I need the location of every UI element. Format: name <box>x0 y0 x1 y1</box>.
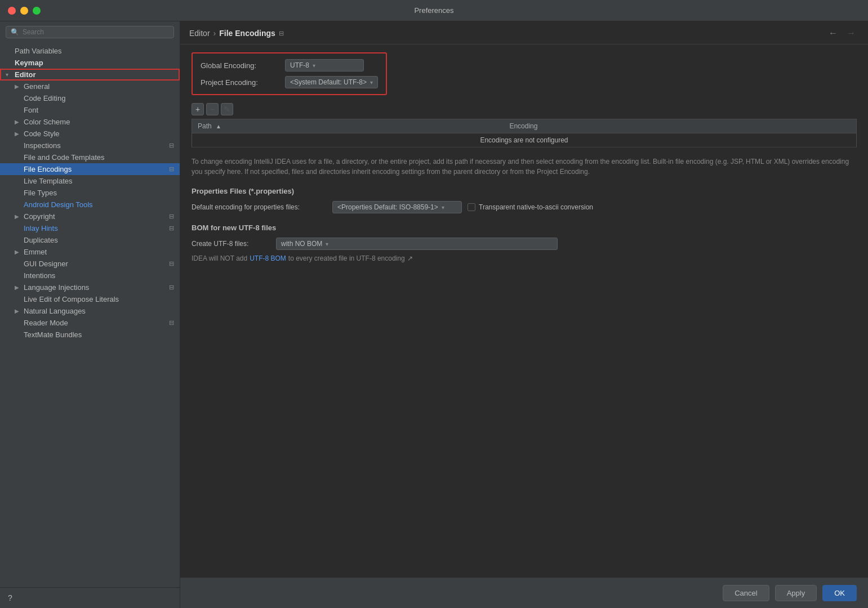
info-text: To change encoding IntelliJ IDEA uses fo… <box>192 157 857 177</box>
global-encoding-row: Global Encoding: UTF-8 ▾ <box>201 59 378 71</box>
bom-note: IDEA will NOT add UTF-8 BOM to every cre… <box>192 254 857 262</box>
table-empty-message: Encodings are not configured <box>192 133 857 147</box>
project-encoding-row: Project Encoding: <System Default: UTF-8… <box>201 76 378 88</box>
table-empty-row: Encodings are not configured <box>192 133 857 147</box>
sidebar-item-copyright[interactable]: ▶ Copyright ⊟ <box>0 211 180 222</box>
bom-note-prefix: IDEA will NOT add <box>192 254 247 262</box>
sidebar-item-android-design-tools[interactable]: Android Design Tools <box>0 199 180 211</box>
close-button[interactable] <box>8 7 16 15</box>
content-body: Global Encoding: UTF-8 ▾ Project Encodin… <box>180 44 868 578</box>
properties-section-title: Properties Files (*.properties) <box>192 187 857 195</box>
sidebar-item-emmet[interactable]: ▶ Emmet <box>0 246 180 258</box>
bom-create-label: Create UTF-8 files: <box>192 240 270 248</box>
window-controls <box>8 7 41 15</box>
project-encoding-value: <System Default: UTF-8> <box>290 78 367 86</box>
sidebar-item-code-style[interactable]: ▶ Code Style <box>0 128 180 140</box>
search-input[interactable] <box>23 28 169 36</box>
sidebar-item-inspections[interactable]: Inspections ⊟ <box>0 140 180 151</box>
sidebar-item-keymap[interactable]: Keymap <box>0 57 180 69</box>
nav-back-button[interactable]: ← <box>825 27 841 39</box>
project-encoding-select[interactable]: <System Default: UTF-8> ▾ <box>285 76 378 88</box>
help-icon[interactable]: ? <box>8 593 12 602</box>
sidebar-item-natural-languages[interactable]: ▶ Natural Languages <box>0 305 180 317</box>
title-bar: Preferences <box>0 0 868 21</box>
encoding-table: Path ▲ Encoding Encodings are not config… <box>192 119 857 147</box>
content-header: Editor › File Encodings ⊟ ← → <box>180 21 868 44</box>
sidebar-item-font[interactable]: Font <box>0 104 180 116</box>
add-encoding-button[interactable]: + <box>192 103 204 115</box>
search-container[interactable]: 🔍 <box>6 26 174 38</box>
sidebar-item-gui-designer[interactable]: GUI Designer ⊟ <box>0 258 180 270</box>
bom-note-suffix: to every created file in UTF-8 encoding <box>288 254 405 262</box>
sidebar-item-live-edit-compose[interactable]: Live Edit of Compose Literals <box>0 293 180 305</box>
expand-arrow-code-style: ▶ <box>15 131 24 137</box>
sidebar-item-file-types[interactable]: File Types <box>0 187 180 199</box>
properties-encoding-value: <Properties Default: ISO-8859-1> <box>337 203 438 211</box>
global-encoding-label: Global Encoding: <box>201 61 279 70</box>
breadcrumb-separator: › <box>213 29 216 38</box>
expand-arrow-keymap <box>6 60 15 66</box>
sidebar-item-editor[interactable]: ▾ Editor <box>0 69 180 81</box>
sidebar-item-language-injections[interactable]: ▶ Language Injections ⊟ <box>0 281 180 293</box>
sidebar-item-general[interactable]: ▶ General <box>0 81 180 92</box>
bom-create-row: Create UTF-8 files: with NO BOM ▾ <box>192 238 857 250</box>
expand-arrow-emmet: ▶ <box>15 249 24 255</box>
sort-arrow-path: ▲ <box>216 123 221 129</box>
bom-arrow: ▾ <box>326 241 328 247</box>
project-encoding-label: Project Encoding: <box>201 78 279 87</box>
sidebar-item-duplicates[interactable]: Duplicates <box>0 234 180 246</box>
window-title: Preferences <box>414 6 453 15</box>
sidebar-item-file-code-templates[interactable]: File and Code Templates <box>0 151 180 163</box>
global-encoding-arrow: ▾ <box>313 62 315 69</box>
sidebar-item-color-scheme[interactable]: ▶ Color Scheme <box>0 116 180 128</box>
global-encoding-value: UTF-8 <box>290 61 309 69</box>
global-encoding-select[interactable]: UTF-8 ▾ <box>285 59 364 71</box>
sidebar-tree: Path Variables Keymap ▾ Editor ▶ General… <box>0 43 180 587</box>
nav-buttons: ← → <box>825 27 859 39</box>
edit-encoding-button[interactable]: ✎ <box>221 103 233 115</box>
expand-arrow-natural-languages: ▶ <box>15 308 24 314</box>
search-icon: 🔍 <box>11 28 19 36</box>
expand-arrow-language-injections: ▶ <box>15 284 24 290</box>
expand-arrow-general: ▶ <box>15 83 24 90</box>
project-encoding-arrow: ▾ <box>370 79 373 86</box>
apply-button[interactable]: Apply <box>775 585 817 601</box>
sidebar-item-path-variables[interactable]: Path Variables <box>0 45 180 57</box>
breadcrumb-parent: Editor <box>189 29 210 38</box>
sidebar-item-code-editing[interactable]: Code Editing <box>0 92 180 104</box>
maximize-button[interactable] <box>33 7 41 15</box>
sidebar-footer[interactable]: ? <box>0 587 180 608</box>
sidebar-item-file-encodings[interactable]: File Encodings ⊟ <box>0 163 180 175</box>
sidebar-item-intentions[interactable]: Intentions <box>0 270 180 281</box>
expand-arrow-color-scheme: ▶ <box>15 119 24 125</box>
dialog-footer: Cancel Apply OK <box>180 578 868 608</box>
transparent-conversion-checkbox[interactable] <box>468 203 475 211</box>
sidebar-item-reader-mode[interactable]: Reader Mode ⊟ <box>0 317 180 329</box>
sidebar: 🔍 Path Variables Keymap ▾ Editor ▶ Gener… <box>0 21 180 608</box>
bom-note-link[interactable]: UTF-8 BOM <box>250 254 286 262</box>
minimize-button[interactable] <box>20 7 28 15</box>
table-header-path[interactable]: Path ▲ <box>192 119 504 133</box>
breadcrumb-icon: ⊟ <box>279 30 284 37</box>
table-header-encoding: Encoding <box>504 119 856 133</box>
sidebar-item-inlay-hints[interactable]: Inlay Hints ⊟ <box>0 222 180 234</box>
table-toolbar: + − ✎ <box>192 103 857 115</box>
cancel-button[interactable]: Cancel <box>723 585 769 601</box>
nav-forward-button[interactable]: → <box>843 27 859 39</box>
breadcrumb-current: File Encodings <box>219 29 275 38</box>
bom-note-icon: ↗ <box>407 254 413 262</box>
bom-select[interactable]: with NO BOM ▾ <box>276 238 558 250</box>
properties-encoding-arrow: ▾ <box>442 204 444 211</box>
ok-button[interactable]: OK <box>822 585 857 601</box>
properties-encoding-select[interactable]: <Properties Default: ISO-8859-1> ▾ <box>332 201 462 213</box>
expand-arrow-editor: ▾ <box>6 71 15 78</box>
bom-section: BOM for new UTF-8 files Create UTF-8 fil… <box>192 223 857 262</box>
bom-section-title: BOM for new UTF-8 files <box>192 223 857 232</box>
breadcrumb: Editor › File Encodings ⊟ <box>189 29 284 38</box>
remove-encoding-button[interactable]: − <box>206 103 219 115</box>
content-area: Editor › File Encodings ⊟ ← → Global Enc… <box>180 21 868 608</box>
sidebar-item-live-templates[interactable]: Live Templates <box>0 175 180 187</box>
main-layout: 🔍 Path Variables Keymap ▾ Editor ▶ Gener… <box>0 21 868 608</box>
expand-arrow-copyright: ▶ <box>15 213 24 220</box>
sidebar-item-textmate-bundles[interactable]: TextMate Bundles <box>0 329 180 341</box>
